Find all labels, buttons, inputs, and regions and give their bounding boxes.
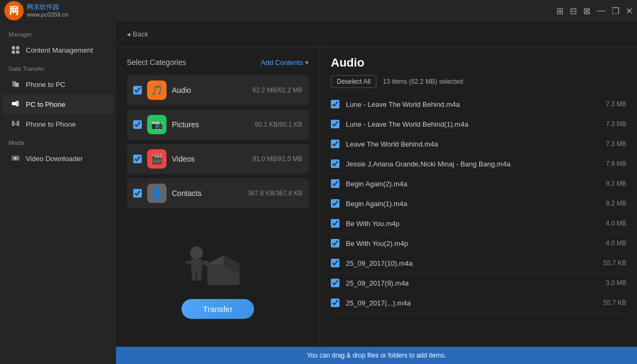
file-checkbox[interactable] xyxy=(331,159,339,168)
file-list: Lune - Leave The World Behind.m4a7.3 MBL… xyxy=(320,94,637,347)
pictures-name: Pictures xyxy=(172,120,249,129)
file-name: Lune - Leave The World Behind(1).m4a xyxy=(346,120,588,128)
category-contacts[interactable]: 👤 Contacts 367.8 KB/367.8 KB xyxy=(127,178,309,208)
audio-size: 62.2 MB/62.2 MB xyxy=(252,86,302,94)
right-panel-header: Audio Deselect All 13 items (62.2 MB) se… xyxy=(320,47,637,94)
phone-to-pc-icon xyxy=(11,79,20,89)
table-row: Jessie J,Ariana Grande,Nicki Minaj - Ban… xyxy=(331,154,626,174)
left-panel: Select Categories Add Contents ▾ 🎵 Audio… xyxy=(116,47,320,347)
audio-icon: 🎵 xyxy=(147,81,167,100)
file-checkbox[interactable] xyxy=(331,259,339,267)
sidebar-item-phone-to-phone[interactable]: Phone to Phone xyxy=(2,114,114,134)
file-name: 25_09_2017(10).m4a xyxy=(346,259,588,267)
back-chevron-icon: ◂ xyxy=(127,30,131,38)
file-size: 3.0 MB xyxy=(594,279,626,287)
file-name: Begin Again(2).m4a xyxy=(346,180,588,188)
deselect-all-button[interactable]: Deselect All xyxy=(331,75,377,88)
title-bar: 网 网东软件园 www.pc0359.cn ⊞ ⊟ ⊠ — ❐ ✕ xyxy=(0,0,637,21)
maximize-button[interactable]: ❐ xyxy=(612,6,619,16)
illustration-area: Transfer xyxy=(127,208,309,336)
svg-rect-1 xyxy=(16,46,19,49)
panel-icon[interactable]: ⊟ xyxy=(570,6,577,16)
svg-rect-9 xyxy=(17,121,19,126)
audio-checkbox[interactable] xyxy=(133,86,142,94)
file-name: Be With You.m4p xyxy=(346,220,588,228)
svg-rect-6 xyxy=(12,102,16,105)
table-row: 25_09_2017(...).m4a55.7 KB xyxy=(331,293,626,313)
table-row: Lune - Leave The World Behind.m4a7.3 MB xyxy=(331,94,626,114)
content-management-label: Content Management xyxy=(26,46,93,54)
file-checkbox[interactable] xyxy=(331,239,339,247)
table-row: Lune - Leave The World Behind(1).m4a7.3 … xyxy=(331,114,626,134)
panel-header: Select Categories Add Contents ▾ xyxy=(127,58,309,67)
phone-to-pc-label: Phone to PC xyxy=(26,81,66,89)
sidebar-section-data-transfer: Data Transfer xyxy=(0,60,116,74)
sidebar-item-phone-to-pc[interactable]: Phone to PC xyxy=(2,75,114,94)
file-checkbox[interactable] xyxy=(331,219,339,228)
pictures-size: 90.1 KB/90.1 KB xyxy=(255,121,302,128)
file-checkbox[interactable] xyxy=(331,179,339,188)
file-size: 7.9 MB xyxy=(594,160,626,168)
sidebar-item-pc-to-phone[interactable]: PC to Phone xyxy=(2,94,114,114)
main-layout: Manager Content Management Data Transfer… xyxy=(0,21,637,364)
svg-rect-19 xyxy=(192,273,196,281)
table-row: Leave The World Behind.m4a7.3 MB xyxy=(331,134,626,154)
watermark-text: 网东软件园 www.pc0359.cn xyxy=(27,3,68,18)
back-button[interactable]: ◂ Back xyxy=(127,30,148,38)
category-audio[interactable]: 🎵 Audio 62.2 MB/62.2 MB xyxy=(127,75,309,105)
svg-point-15 xyxy=(190,246,203,259)
content-management-icon xyxy=(11,45,20,55)
file-checkbox[interactable] xyxy=(331,279,339,287)
watermark-line1: 网东软件园 xyxy=(27,3,68,11)
contacts-size: 367.8 KB/367.8 KB xyxy=(248,190,302,197)
sidebar-item-content-management[interactable]: Content Management xyxy=(2,40,114,60)
sidebar-item-video-downloader[interactable]: Video Downloader xyxy=(2,149,114,168)
contacts-checkbox[interactable] xyxy=(133,189,142,198)
title-bar-left: 网 网东软件园 www.pc0359.cn xyxy=(4,1,68,20)
pictures-icon: 📷 xyxy=(147,115,167,134)
svg-rect-17 xyxy=(186,261,192,264)
file-size: 7.3 MB xyxy=(594,120,626,128)
pictures-checkbox[interactable] xyxy=(133,120,142,129)
file-checkbox[interactable] xyxy=(331,100,339,108)
status-message: You can drag & drop files or folders to … xyxy=(307,352,446,359)
file-name: 25_09_2017(...).m4a xyxy=(346,299,588,307)
title-bar-controls: ⊞ ⊟ ⊠ — ❐ ✕ xyxy=(556,6,633,16)
videos-checkbox[interactable] xyxy=(133,155,142,163)
transfer-area: Select Categories Add Contents ▾ 🎵 Audio… xyxy=(116,47,637,347)
video-downloader-label: Video Downloader xyxy=(26,155,83,163)
svg-rect-20 xyxy=(197,273,201,281)
file-size: 55.7 KB xyxy=(594,259,626,267)
content-area: ◂ Back Select Categories Add Contents ▾ … xyxy=(116,21,637,364)
videos-size: 91.0 MB/91.0 MB xyxy=(252,155,302,163)
watermark-logo: 网 xyxy=(4,1,24,20)
transfer-button[interactable]: Transfer xyxy=(182,299,254,319)
selection-info: 13 items (62.2 MB) selected xyxy=(383,78,463,85)
file-size: 9.2 MB xyxy=(594,200,626,207)
contacts-name: Contacts xyxy=(172,189,242,198)
category-pictures[interactable]: 📷 Pictures 90.1 KB/90.1 KB xyxy=(127,110,309,140)
category-videos[interactable]: 🎬 Videos 91.0 MB/91.0 MB xyxy=(127,144,309,174)
file-size: 7.3 MB xyxy=(594,100,626,108)
svg-rect-5 xyxy=(15,83,19,87)
illustration-svg xyxy=(175,226,261,290)
table-row: 25_09_2017(9).m4a3.0 MB xyxy=(331,273,626,293)
file-checkbox[interactable] xyxy=(331,120,339,128)
file-size: 55.7 KB xyxy=(594,299,626,307)
file-size: 7.3 MB xyxy=(594,140,626,148)
file-checkbox[interactable] xyxy=(331,140,339,148)
grid-icon[interactable]: ⊞ xyxy=(556,6,563,16)
table-row: Be With You.m4p4.0 MB xyxy=(331,214,626,234)
minimize-button[interactable]: — xyxy=(597,6,605,16)
file-name: Lune - Leave The World Behind.m4a xyxy=(346,100,588,108)
file-checkbox[interactable] xyxy=(331,299,339,307)
table-row: Be With You(2).m4p4.0 MB xyxy=(331,234,626,253)
sidebar: Manager Content Management Data Transfer… xyxy=(0,21,116,364)
window-icon[interactable]: ⊠ xyxy=(583,6,590,16)
file-checkbox[interactable] xyxy=(331,199,339,208)
top-bar: ◂ Back xyxy=(116,21,637,47)
sidebar-section-media: Media xyxy=(0,134,116,148)
add-contents-button[interactable]: Add Contents ▾ xyxy=(261,59,309,67)
close-button[interactable]: ✕ xyxy=(626,6,633,16)
panel-title: Select Categories xyxy=(127,58,186,67)
